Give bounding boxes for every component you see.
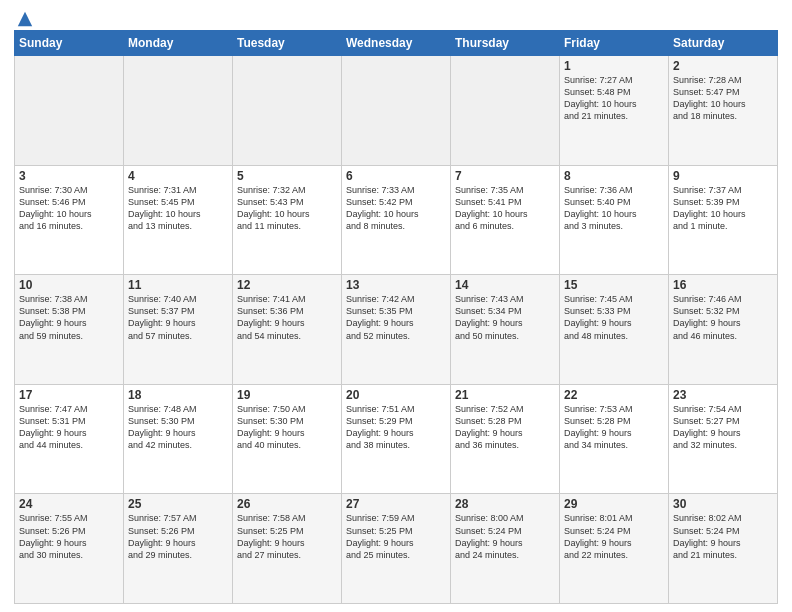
calendar-table: SundayMondayTuesdayWednesdayThursdayFrid… <box>14 30 778 604</box>
calendar-week-row: 3Sunrise: 7:30 AM Sunset: 5:46 PM Daylig… <box>15 165 778 275</box>
weekday-header-saturday: Saturday <box>669 31 778 56</box>
day-info: Sunrise: 7:35 AM Sunset: 5:41 PM Dayligh… <box>455 184 555 233</box>
page-header <box>14 10 778 24</box>
day-info: Sunrise: 7:33 AM Sunset: 5:42 PM Dayligh… <box>346 184 446 233</box>
day-number: 3 <box>19 169 119 183</box>
calendar-week-row: 24Sunrise: 7:55 AM Sunset: 5:26 PM Dayli… <box>15 494 778 604</box>
day-number: 25 <box>128 497 228 511</box>
logo <box>14 10 34 24</box>
day-info: Sunrise: 7:57 AM Sunset: 5:26 PM Dayligh… <box>128 512 228 561</box>
calendar-cell: 14Sunrise: 7:43 AM Sunset: 5:34 PM Dayli… <box>451 275 560 385</box>
calendar-week-row: 1Sunrise: 7:27 AM Sunset: 5:48 PM Daylig… <box>15 56 778 166</box>
weekday-header-thursday: Thursday <box>451 31 560 56</box>
calendar-cell: 13Sunrise: 7:42 AM Sunset: 5:35 PM Dayli… <box>342 275 451 385</box>
calendar-cell: 17Sunrise: 7:47 AM Sunset: 5:31 PM Dayli… <box>15 384 124 494</box>
day-number: 20 <box>346 388 446 402</box>
day-number: 30 <box>673 497 773 511</box>
day-number: 11 <box>128 278 228 292</box>
calendar-cell: 16Sunrise: 7:46 AM Sunset: 5:32 PM Dayli… <box>669 275 778 385</box>
calendar-cell: 28Sunrise: 8:00 AM Sunset: 5:24 PM Dayli… <box>451 494 560 604</box>
calendar-cell: 4Sunrise: 7:31 AM Sunset: 5:45 PM Daylig… <box>124 165 233 275</box>
day-info: Sunrise: 7:58 AM Sunset: 5:25 PM Dayligh… <box>237 512 337 561</box>
day-number: 21 <box>455 388 555 402</box>
day-number: 19 <box>237 388 337 402</box>
day-number: 24 <box>19 497 119 511</box>
day-info: Sunrise: 7:53 AM Sunset: 5:28 PM Dayligh… <box>564 403 664 452</box>
day-number: 8 <box>564 169 664 183</box>
day-info: Sunrise: 7:30 AM Sunset: 5:46 PM Dayligh… <box>19 184 119 233</box>
calendar-cell: 24Sunrise: 7:55 AM Sunset: 5:26 PM Dayli… <box>15 494 124 604</box>
calendar-cell: 6Sunrise: 7:33 AM Sunset: 5:42 PM Daylig… <box>342 165 451 275</box>
day-info: Sunrise: 7:47 AM Sunset: 5:31 PM Dayligh… <box>19 403 119 452</box>
calendar-cell: 5Sunrise: 7:32 AM Sunset: 5:43 PM Daylig… <box>233 165 342 275</box>
day-number: 9 <box>673 169 773 183</box>
calendar-header-row: SundayMondayTuesdayWednesdayThursdayFrid… <box>15 31 778 56</box>
calendar-cell: 21Sunrise: 7:52 AM Sunset: 5:28 PM Dayli… <box>451 384 560 494</box>
calendar-cell <box>124 56 233 166</box>
calendar-cell: 3Sunrise: 7:30 AM Sunset: 5:46 PM Daylig… <box>15 165 124 275</box>
calendar-cell: 19Sunrise: 7:50 AM Sunset: 5:30 PM Dayli… <box>233 384 342 494</box>
day-info: Sunrise: 7:31 AM Sunset: 5:45 PM Dayligh… <box>128 184 228 233</box>
weekday-header-monday: Monday <box>124 31 233 56</box>
calendar-cell: 18Sunrise: 7:48 AM Sunset: 5:30 PM Dayli… <box>124 384 233 494</box>
calendar-cell <box>233 56 342 166</box>
day-info: Sunrise: 7:52 AM Sunset: 5:28 PM Dayligh… <box>455 403 555 452</box>
day-info: Sunrise: 7:32 AM Sunset: 5:43 PM Dayligh… <box>237 184 337 233</box>
day-info: Sunrise: 7:46 AM Sunset: 5:32 PM Dayligh… <box>673 293 773 342</box>
day-number: 1 <box>564 59 664 73</box>
weekday-header-sunday: Sunday <box>15 31 124 56</box>
logo-icon <box>16 10 34 28</box>
day-number: 17 <box>19 388 119 402</box>
day-info: Sunrise: 7:51 AM Sunset: 5:29 PM Dayligh… <box>346 403 446 452</box>
day-info: Sunrise: 7:43 AM Sunset: 5:34 PM Dayligh… <box>455 293 555 342</box>
day-info: Sunrise: 8:00 AM Sunset: 5:24 PM Dayligh… <box>455 512 555 561</box>
calendar-cell: 9Sunrise: 7:37 AM Sunset: 5:39 PM Daylig… <box>669 165 778 275</box>
day-number: 10 <box>19 278 119 292</box>
day-info: Sunrise: 8:01 AM Sunset: 5:24 PM Dayligh… <box>564 512 664 561</box>
day-number: 12 <box>237 278 337 292</box>
calendar-cell: 23Sunrise: 7:54 AM Sunset: 5:27 PM Dayli… <box>669 384 778 494</box>
day-number: 16 <box>673 278 773 292</box>
weekday-header-friday: Friday <box>560 31 669 56</box>
weekday-header-wednesday: Wednesday <box>342 31 451 56</box>
calendar-cell: 7Sunrise: 7:35 AM Sunset: 5:41 PM Daylig… <box>451 165 560 275</box>
day-number: 2 <box>673 59 773 73</box>
calendar-cell: 29Sunrise: 8:01 AM Sunset: 5:24 PM Dayli… <box>560 494 669 604</box>
day-number: 22 <box>564 388 664 402</box>
day-info: Sunrise: 7:40 AM Sunset: 5:37 PM Dayligh… <box>128 293 228 342</box>
calendar-cell <box>342 56 451 166</box>
calendar-cell: 20Sunrise: 7:51 AM Sunset: 5:29 PM Dayli… <box>342 384 451 494</box>
day-number: 23 <box>673 388 773 402</box>
calendar-cell: 10Sunrise: 7:38 AM Sunset: 5:38 PM Dayli… <box>15 275 124 385</box>
calendar-cell: 8Sunrise: 7:36 AM Sunset: 5:40 PM Daylig… <box>560 165 669 275</box>
svg-marker-0 <box>18 12 32 26</box>
calendar-cell: 15Sunrise: 7:45 AM Sunset: 5:33 PM Dayli… <box>560 275 669 385</box>
day-info: Sunrise: 7:54 AM Sunset: 5:27 PM Dayligh… <box>673 403 773 452</box>
calendar-cell: 26Sunrise: 7:58 AM Sunset: 5:25 PM Dayli… <box>233 494 342 604</box>
calendar-week-row: 17Sunrise: 7:47 AM Sunset: 5:31 PM Dayli… <box>15 384 778 494</box>
day-number: 7 <box>455 169 555 183</box>
day-info: Sunrise: 7:41 AM Sunset: 5:36 PM Dayligh… <box>237 293 337 342</box>
calendar-cell: 11Sunrise: 7:40 AM Sunset: 5:37 PM Dayli… <box>124 275 233 385</box>
day-number: 29 <box>564 497 664 511</box>
day-number: 4 <box>128 169 228 183</box>
day-number: 18 <box>128 388 228 402</box>
day-number: 14 <box>455 278 555 292</box>
day-info: Sunrise: 7:42 AM Sunset: 5:35 PM Dayligh… <box>346 293 446 342</box>
calendar-cell <box>15 56 124 166</box>
day-number: 28 <box>455 497 555 511</box>
calendar-cell: 27Sunrise: 7:59 AM Sunset: 5:25 PM Dayli… <box>342 494 451 604</box>
calendar-cell: 22Sunrise: 7:53 AM Sunset: 5:28 PM Dayli… <box>560 384 669 494</box>
day-info: Sunrise: 7:48 AM Sunset: 5:30 PM Dayligh… <box>128 403 228 452</box>
calendar-cell: 1Sunrise: 7:27 AM Sunset: 5:48 PM Daylig… <box>560 56 669 166</box>
day-info: Sunrise: 7:27 AM Sunset: 5:48 PM Dayligh… <box>564 74 664 123</box>
day-info: Sunrise: 7:59 AM Sunset: 5:25 PM Dayligh… <box>346 512 446 561</box>
day-info: Sunrise: 7:37 AM Sunset: 5:39 PM Dayligh… <box>673 184 773 233</box>
calendar-cell: 12Sunrise: 7:41 AM Sunset: 5:36 PM Dayli… <box>233 275 342 385</box>
day-number: 6 <box>346 169 446 183</box>
day-info: Sunrise: 7:50 AM Sunset: 5:30 PM Dayligh… <box>237 403 337 452</box>
day-number: 15 <box>564 278 664 292</box>
day-number: 27 <box>346 497 446 511</box>
weekday-header-tuesday: Tuesday <box>233 31 342 56</box>
day-info: Sunrise: 7:38 AM Sunset: 5:38 PM Dayligh… <box>19 293 119 342</box>
